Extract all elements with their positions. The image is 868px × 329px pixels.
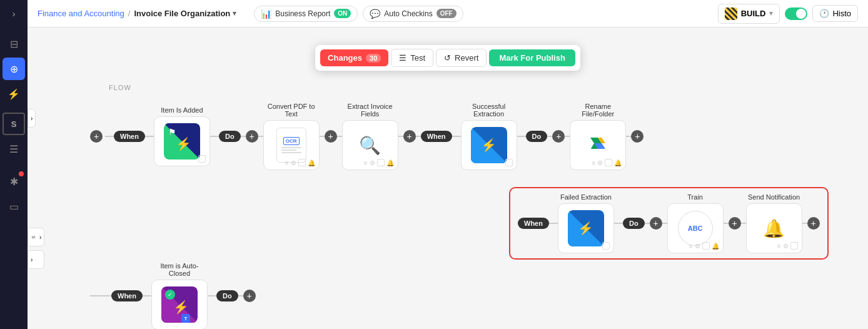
bell-icon-4: 🔔 — [712, 243, 719, 250]
conn-line-15 — [614, 223, 623, 224]
breadcrumb: Finance and Accounting / Invoice File Or… — [38, 9, 236, 18]
node-auto-closed[interactable]: ✓ ⚡ T — [151, 280, 208, 329]
node-convert-pdf[interactable]: OCR ≡ ⚙ 🔔 — [263, 120, 320, 170]
side-panels-2: s › › — [28, 228, 44, 269]
node-checkbox-4 — [505, 159, 513, 166]
sidebar-icon-s[interactable]: S — [3, 113, 25, 135]
add-after-do3-button[interactable]: + — [650, 217, 662, 230]
topbar-pills: 📊 Business Report ON 💬 Auto Checkins OFF — [254, 6, 463, 22]
node-convert-pdf-wrap: Convert PDF to Text OCR ≡ ⚙ — [263, 103, 320, 170]
node-auto-closed-wrap: Item is Auto-Closed ✓ ⚡ T — [151, 262, 208, 329]
add-after-do4-button[interactable]: + — [243, 290, 256, 302]
breadcrumb-chevron-icon[interactable]: ▾ — [233, 9, 236, 18]
sidebar-icon-chat[interactable]: ☰ — [3, 138, 25, 160]
sidebar-icon-db[interactable]: ⊟ — [3, 33, 25, 55]
breadcrumb-parent[interactable]: Finance and Accounting — [38, 9, 124, 18]
node-failed-extraction[interactable]: ⚡ — [558, 203, 614, 253]
when-pill-3[interactable]: When — [518, 218, 549, 229]
conn-line-3 — [241, 136, 246, 137]
auto-checkins-label: Auto Checkins — [384, 9, 432, 18]
auto-checkins-toggle[interactable]: OFF — [437, 9, 457, 18]
conn-line-17 — [662, 223, 667, 224]
node-send-notification[interactable]: 🔔 ≡ ⚙ — [746, 203, 802, 253]
node-checkbox-7 — [702, 242, 710, 250]
node-failed-extraction-label: Failed Extraction — [558, 193, 614, 201]
add-after-do-button[interactable]: + — [246, 130, 258, 143]
do-pill-2[interactable]: Do — [526, 131, 548, 142]
histo-button[interactable]: 🕐 Histo — [812, 5, 858, 22]
when-pill-4[interactable]: When — [111, 290, 143, 301]
panel-tab-2-text: s — [31, 236, 37, 239]
do-pill-3[interactable]: Do — [623, 218, 645, 229]
conn-line-11 — [547, 136, 552, 137]
business-report-pill[interactable]: 📊 Business Report ON — [254, 6, 358, 22]
node-train-wrap: Train ABC ≡ ⚙ 🔔 — [667, 193, 724, 253]
node-train[interactable]: ABC ≡ ⚙ 🔔 — [667, 203, 724, 253]
test-icon: ☰ — [399, 53, 406, 63]
node-extract[interactable]: 🔍 ≡ ⚙ 🔔 — [342, 120, 398, 170]
filter-icon-4: ≡ — [689, 243, 693, 250]
conn-line-0 — [105, 136, 114, 137]
auto-checkins-pill[interactable]: 💬 Auto Checkins OFF — [363, 6, 463, 22]
panel-tab-2[interactable]: s › — [28, 228, 44, 246]
build-select[interactable]: BUILD ▾ — [718, 4, 780, 24]
test-button[interactable]: ☰ Test — [391, 49, 433, 67]
node-auto-closed-label: Item is Auto-Closed — [151, 262, 208, 277]
revert-button[interactable]: ↺ Revert — [436, 49, 487, 67]
histo-clock-icon: 🕐 — [819, 9, 829, 18]
add-after-rename-button[interactable]: + — [631, 130, 643, 143]
sidebar-icon-flow[interactable]: ⊕ — [3, 58, 25, 80]
node-send-notification-wrap: Send Notification 🔔 ≡ ⚙ — [746, 193, 802, 253]
changes-button[interactable]: Changes 30 — [320, 49, 388, 66]
business-report-toggle[interactable]: ON — [334, 9, 351, 18]
bell-icon-1: 🔔 — [308, 159, 315, 166]
build-chevron-icon: ▾ — [769, 9, 773, 18]
add-after-convert-button[interactable]: + — [325, 130, 337, 143]
gdrive-icon — [587, 132, 609, 159]
node-checkbox-5 — [605, 159, 612, 166]
node-successful-extraction[interactable]: ⚡ — [461, 120, 517, 170]
conn-line-21 — [90, 295, 111, 296]
node-item-is-added-label: Item Is Added — [154, 106, 210, 114]
panel-tab-3-arrow: › — [31, 256, 33, 263]
conn-line-22 — [143, 295, 151, 296]
side-panels: › — [28, 109, 36, 128]
sidebar-icon-page[interactable]: ▭ — [3, 195, 25, 218]
notification-dot — [19, 171, 24, 176]
panel-tab-1-arrow: › — [31, 115, 33, 122]
when-pill-1[interactable]: When — [114, 131, 145, 142]
revert-label: Revert — [455, 53, 478, 63]
bell-icon-3: 🔔 — [614, 159, 622, 166]
node-convert-pdf-label: Convert PDF to Text — [263, 103, 320, 118]
global-toggle[interactable] — [785, 8, 807, 20]
when-pill-2[interactable]: When — [421, 131, 452, 142]
bell-large-icon: 🔔 — [763, 218, 785, 239]
do-pill-4[interactable]: Do — [216, 290, 238, 301]
sidebar-icon-satellite[interactable]: ✱ — [3, 170, 25, 193]
add-after-extract-button[interactable]: + — [403, 130, 416, 143]
action-bar-inner: Changes 30 ☰ Test ↺ Revert Mark For Publ… — [315, 45, 580, 71]
node-item-is-added[interactable]: ⚑ ⚡ — [154, 116, 210, 166]
breadcrumb-current: Invoice File Organization ▾ — [134, 9, 236, 18]
node-rename-label: Rename File/Folder — [570, 103, 626, 118]
node-rename[interactable]: ≡ ⚙ 🔔 — [570, 120, 626, 170]
add-after-notification-button[interactable]: + — [807, 217, 820, 230]
mark-publish-button[interactable]: Mark For Publish — [489, 49, 575, 66]
node-send-notification-label: Send Notification — [746, 193, 802, 201]
panel-tab-3[interactable]: › — [28, 250, 44, 269]
panel-tab-1[interactable]: › — [28, 109, 36, 128]
conn-line-14 — [549, 223, 558, 224]
add-after-train-button[interactable]: + — [729, 217, 741, 230]
sidebar: › ⊟ ⊕ ⚡ S ☰ ✱ ▭ — [0, 0, 28, 329]
histo-label: Histo — [832, 9, 851, 18]
conn-line-18 — [724, 223, 729, 224]
do-pill-1[interactable]: Do — [219, 131, 241, 142]
add-after-do2-button[interactable]: + — [552, 130, 565, 143]
filter-icon-5: ≡ — [777, 243, 781, 250]
conn-line-23 — [208, 295, 216, 296]
sidebar-nav-arrow[interactable]: › — [3, 5, 25, 23]
add-start-button[interactable]: + — [90, 130, 103, 143]
changes-badge: 30 — [366, 54, 381, 63]
sidebar-icon-lightning[interactable]: ⚡ — [3, 83, 25, 105]
business-report-icon: 📊 — [261, 9, 271, 19]
